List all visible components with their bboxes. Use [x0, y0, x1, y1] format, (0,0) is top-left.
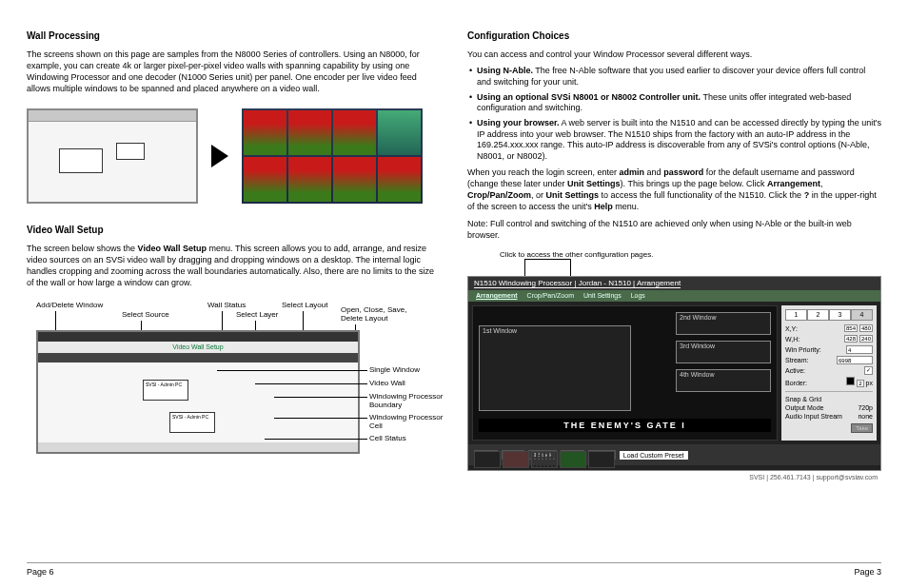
callout-select-layout: Select Layout — [282, 302, 327, 310]
tab-arrangement[interactable]: Arrangement — [476, 290, 518, 302]
thumb-4[interactable] — [560, 451, 586, 468]
callout-select-source: Select Source — [122, 311, 169, 320]
page-num-right: Page 3 — [854, 567, 881, 577]
side-tab-4[interactable]: 4 — [851, 309, 873, 321]
callout-cell-status: Cell Status — [369, 435, 406, 443]
side-tab-1[interactable]: 1 — [785, 309, 807, 321]
callout-ocs: Open, Close, Save, Delete Layout — [341, 306, 417, 323]
callout-video-wall: Video Wall — [369, 380, 405, 388]
fig3-header: N1510 Windowing Processor | Jordan - N15… — [468, 277, 880, 290]
callout-select-layer: Select Layer — [236, 311, 278, 320]
input-h[interactable]: 240 — [859, 335, 873, 343]
input-x[interactable]: 854 — [844, 324, 858, 332]
arrow-icon — [211, 145, 228, 167]
fig1-app-window — [27, 108, 198, 204]
login-instructions: When you reach the login screen, enter a… — [467, 167, 881, 213]
callout-single-window: Single Window — [369, 366, 420, 375]
thumb-3[interactable] — [531, 451, 558, 468]
callout-wp-boundary: Windowing Processor Boundary — [369, 393, 455, 410]
side-tab-3[interactable]: 3 — [829, 309, 851, 321]
heading-wall-processing: Wall Processing — [27, 30, 441, 41]
tab-unit-settings[interactable]: Unit Settings — [583, 290, 622, 302]
fig3-callout: Click to access the other configuration … — [500, 250, 881, 259]
heading-video-wall-setup: Video Wall Setup — [27, 225, 441, 235]
callout-wall-status: Wall Status — [207, 302, 246, 310]
tab-logs[interactable]: Logs — [631, 290, 645, 302]
figure-video-wall-setup: Add/Delete Window Select Source Wall Sta… — [27, 302, 441, 463]
bullet-browser: Using your browser. A web server is buil… — [467, 118, 881, 163]
bullet-nable: Using N-Able. The free N-Able software t… — [467, 66, 881, 88]
fig3-side-panel: 1 2 3 4 X,Y:854 480 W,H:428 240 Win Prio… — [781, 305, 877, 441]
input-priority[interactable]: 4 — [846, 345, 873, 354]
fig3-footer: SVSI | 256.461.7143 | support@svsiav.com — [467, 474, 881, 480]
callout-add-delete: Add/Delete Window — [36, 302, 103, 310]
tab-crop[interactable]: Crop/Pan/Zoom — [527, 290, 574, 302]
fig3-win4[interactable]: 4th Window — [676, 369, 771, 392]
video-wall-setup-text: The screen below shows the Video Wall Se… — [27, 243, 441, 289]
wall-processing-text: The screens shown on this page are sampl… — [27, 49, 441, 95]
fig3-gate-text: THE ENEMY'S GATE I — [479, 419, 771, 432]
fig1-video-wall — [242, 108, 423, 204]
input-y[interactable]: 480 — [859, 324, 873, 332]
fig3-canvas[interactable]: 1st Window 2nd Window 3rd Window 4th Win… — [472, 305, 778, 441]
fig3-win3[interactable]: 3rd Window — [676, 341, 771, 363]
fig3-win2[interactable]: 2nd Window — [676, 312, 771, 335]
callout-wp-cell: Windowing Processor Cell — [369, 414, 455, 431]
note-full-control: Note: Full control and switching of the … — [467, 218, 881, 241]
take-button[interactable]: Take — [851, 423, 873, 433]
heading-config-choices: Configuration Choices — [467, 30, 881, 41]
side-tab-2[interactable]: 2 — [807, 309, 829, 321]
fig2-title: Video Wall Setup — [38, 342, 358, 353]
input-w[interactable]: 428 — [844, 335, 858, 343]
bullet-controller: Using an optional SVSi N8001 or N8002 Co… — [467, 92, 881, 114]
page-num-left: Page 6 — [27, 567, 54, 577]
preset-select[interactable]: Load Custom Preset — [620, 451, 688, 460]
input-stream[interactable]: 6998 — [837, 356, 873, 364]
thumb-1[interactable] — [474, 451, 501, 468]
fig3-win1[interactable]: 1st Window — [479, 325, 631, 411]
figure-wall-processing — [27, 108, 441, 204]
thumb-5[interactable] — [588, 451, 615, 468]
thumb-2[interactable] — [503, 451, 529, 468]
config-intro: You can access and control your Window P… — [467, 49, 881, 60]
checkbox-active[interactable]: ✓ — [864, 366, 873, 375]
fig3-tabs[interactable]: Arrangement Crop/Pan/Zoom Unit Settings … — [468, 290, 880, 302]
fig3-screenshot: N1510 Windowing Processor | Jordan - N15… — [467, 276, 881, 471]
input-border[interactable]: 2 — [857, 380, 863, 387]
